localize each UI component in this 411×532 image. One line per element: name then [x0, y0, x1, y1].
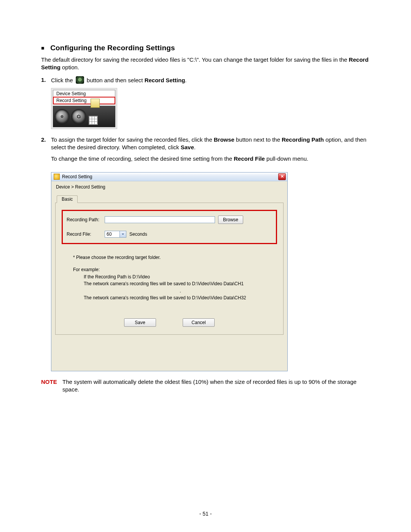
hint-line-4: The network camera's recording files wil…	[84, 280, 277, 288]
step-2-number: 2.	[41, 136, 51, 168]
cancel-button[interactable]: Cancel	[183, 318, 215, 327]
grid-view-icon[interactable]	[89, 116, 98, 125]
bullet-icon: ■	[41, 45, 45, 51]
hint-block: * Please choose the recording target fol…	[73, 254, 277, 302]
single-view-icon[interactable]	[91, 99, 100, 108]
step-2-paragraph-2: To change the time of recording, select …	[51, 155, 370, 163]
section-heading: ■ Configuring the Recording Settings	[41, 44, 370, 52]
label-recording-path: Recording Path:	[67, 217, 105, 222]
intro-paragraph: The default directory for saving the rec…	[41, 56, 370, 72]
record-setting-window: Record Setting ✕ Device > Record Setting…	[51, 172, 288, 371]
breadcrumb: Device > Record Setting	[55, 184, 284, 195]
highlight-box: Recording Path: Browse Record File: 60 S…	[62, 210, 277, 244]
document-page: ■ Configuring the Recording Settings The…	[0, 0, 411, 532]
mini-right-column	[88, 106, 100, 127]
window-app-icon	[54, 174, 60, 180]
toolbar-gear-button[interactable]	[72, 109, 86, 124]
step-2: 2. To assign the target folder for savin…	[41, 136, 370, 168]
hint-line-1: * Please choose the recording target fol…	[73, 254, 277, 261]
hint-line-3: If the Recording Path is D:\Video	[84, 273, 277, 281]
browse-button[interactable]: Browse	[218, 216, 243, 224]
window-titlebar: Record Setting ✕	[51, 173, 287, 181]
chevron-down-icon	[121, 233, 124, 236]
context-menu: Device Setting Record Setting	[53, 90, 115, 104]
page-number: - 51 -	[0, 511, 411, 517]
tab-panel-basic: Recording Path: Browse Record File: 60 S…	[55, 203, 284, 335]
note-label: NOTE	[41, 378, 62, 394]
step-1-number: 1.	[41, 76, 51, 84]
window-close-button[interactable]: ✕	[278, 173, 286, 180]
label-record-file: Record File:	[67, 232, 105, 237]
row-record-file: Record File: 60 Seconds	[67, 231, 272, 238]
menu-item-record-setting[interactable]: Record Setting	[53, 97, 115, 104]
button-row: Save Cancel	[62, 318, 277, 327]
window-title: Record Setting	[62, 174, 278, 179]
window-body: Device > Record Setting Basic Recording …	[51, 181, 287, 371]
settings-round-icon	[76, 76, 84, 84]
record-file-combo[interactable]: 60	[105, 231, 126, 238]
hint-line-5: .	[84, 288, 277, 295]
tab-strip: Basic	[55, 195, 284, 203]
gear-icon	[76, 113, 82, 120]
row-recording-path: Recording Path: Browse	[67, 216, 272, 224]
tab-basic[interactable]: Basic	[57, 195, 78, 203]
seconds-label: Seconds	[129, 232, 147, 237]
hint-line-6: The network camera's recording files wil…	[84, 294, 277, 302]
combo-arrow-button[interactable]	[119, 231, 126, 237]
step-1-body: Click the button and then select Record …	[51, 76, 370, 84]
menu-item-device-setting[interactable]: Device Setting	[53, 90, 115, 97]
combo-value: 60	[105, 231, 119, 237]
step-1: 1. Click the button and then select Reco…	[41, 76, 370, 84]
hint-line-2: For example:	[73, 266, 277, 273]
section-title-text: Configuring the Recording Settings	[50, 44, 175, 52]
note-text: The system will automatically delete the…	[62, 378, 370, 394]
mini-screenshot: Device Setting Record Setting	[51, 88, 117, 129]
step-2-body: To assign the target folder for saving t…	[51, 136, 370, 168]
save-button[interactable]: Save	[124, 318, 156, 327]
note-block: NOTE The system will automatically delet…	[41, 378, 370, 394]
mini-toolbar	[53, 106, 115, 127]
svg-point-1	[62, 116, 63, 117]
camera-icon	[59, 113, 65, 120]
close-icon: ✕	[280, 174, 284, 179]
toolbar-camera-button[interactable]	[55, 109, 69, 124]
recording-path-input[interactable]	[105, 216, 215, 223]
